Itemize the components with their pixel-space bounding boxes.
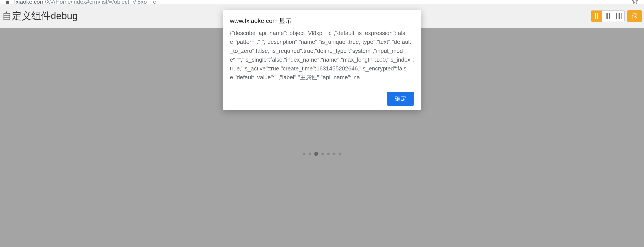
svg-marker-0	[632, 0, 637, 3]
browser-address-bar: fxiaoke.com/XV/Home/index#crm/list/=/obj…	[0, 0, 644, 4]
loading-indicator	[303, 152, 341, 156]
alert-dialog: www.fxiaoke.com 显示 {"describe_api_name":…	[223, 10, 421, 110]
four-column-icon	[616, 13, 622, 19]
alert-title: www.fxiaoke.com 显示	[223, 10, 421, 29]
column-layout-3-button[interactable]	[602, 10, 613, 21]
alert-body: {"describe_api_name":"object_Vl8xp__c","…	[223, 29, 421, 87]
column-layout-2-button[interactable]	[591, 10, 602, 21]
save-button[interactable]: 保	[627, 10, 642, 22]
two-column-icon	[595, 13, 598, 19]
three-column-icon	[606, 13, 610, 19]
alert-footer: 确定	[223, 87, 421, 110]
column-layout-buttons	[591, 10, 624, 22]
column-layout-4-button[interactable]	[613, 10, 624, 21]
alert-ok-button[interactable]: 确定	[387, 92, 414, 106]
page-title: 自定义组件debug	[2, 9, 78, 22]
header-controls: 保	[591, 10, 642, 22]
